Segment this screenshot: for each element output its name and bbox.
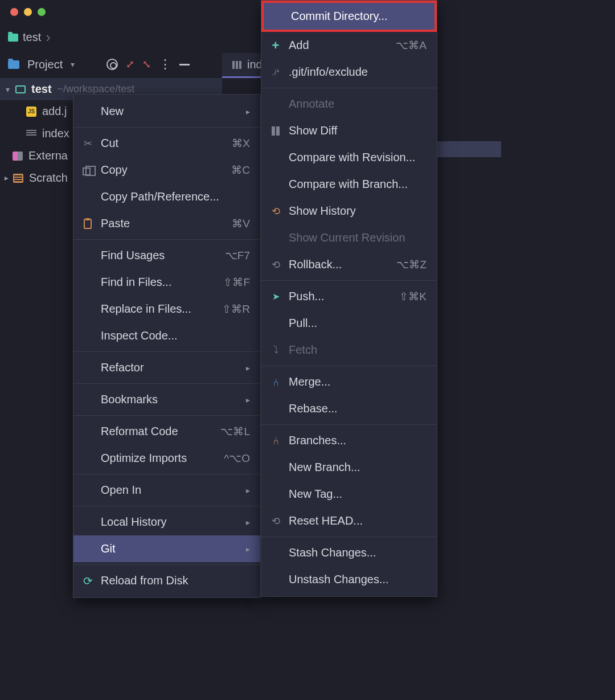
menu-label: Inspect Code...: [101, 329, 250, 342]
tree-item-label: Externa: [28, 149, 68, 162]
menu-label: Annotate: [289, 97, 427, 110]
breadcrumb[interactable]: test ›: [8, 28, 51, 46]
reset-icon: [269, 515, 282, 527]
menu-label: Merge...: [289, 375, 427, 388]
menu-find-usages[interactable]: Find Usages ⌥F7: [73, 242, 260, 269]
menu-stash[interactable]: Stash Changes...: [261, 539, 437, 566]
highlight-annotation: Commit Directory...: [261, 1, 437, 32]
tree-root-name: test: [31, 83, 52, 96]
menu-new-branch[interactable]: New Branch...: [261, 454, 437, 481]
chevron-down-icon[interactable]: ▾: [6, 85, 10, 94]
menu-new[interactable]: New ▸: [73, 98, 260, 125]
menu-push[interactable]: Push... ⇧⌘K: [261, 283, 437, 310]
menu-rollback[interactable]: Rollback... ⌥⌘Z: [261, 251, 437, 278]
shortcut-label: ⇧⌘R: [222, 302, 250, 316]
menu-compare-branch[interactable]: Compare with Branch...: [261, 171, 437, 198]
branch-icon: [269, 435, 282, 447]
blank-icon: [81, 425, 94, 438]
separator: [73, 239, 260, 240]
history-icon: [269, 205, 282, 218]
clipboard-icon: [81, 218, 94, 230]
shortcut-label: ⌥⌘Z: [396, 258, 427, 271]
blank-icon: [81, 543, 94, 555]
maximize-icon[interactable]: [38, 8, 46, 16]
menu-label: Paste: [101, 217, 225, 230]
menu-copy[interactable]: Copy ⌘C: [73, 157, 260, 183]
copy-icon: [81, 164, 94, 177]
blank-icon: [269, 403, 282, 415]
shortcut-label: ⇧⌘K: [399, 290, 427, 303]
menu-label: New Branch...: [289, 461, 427, 474]
menu-show-current-revision: Show Current Revision: [261, 224, 437, 251]
blank-icon: [81, 249, 94, 262]
shortcut-label: ⌥F7: [225, 249, 250, 262]
menu-reset-head[interactable]: Reset HEAD...: [261, 507, 437, 534]
menu-label: Rollback...: [289, 258, 390, 271]
chevron-right-icon: ▸: [246, 107, 250, 116]
separator: [261, 280, 437, 281]
menu-bookmarks[interactable]: Bookmarks ▸: [73, 386, 260, 413]
menu-paste[interactable]: Paste ⌘V: [73, 210, 260, 237]
folder-icon: [15, 85, 26, 93]
menu-unstash[interactable]: Unstash Changes...: [261, 566, 437, 593]
menu-label: New Tag...: [289, 488, 427, 501]
expand-icon[interactable]: ⤢: [126, 58, 134, 71]
menu-pull[interactable]: Pull...: [261, 310, 437, 337]
separator: [73, 383, 260, 384]
menu-show-diff[interactable]: Show Diff: [261, 117, 437, 144]
shortcut-label: ⌘C: [231, 163, 250, 177]
menu-rebase[interactable]: Rebase...: [261, 395, 437, 422]
menu-commit-directory[interactable]: Commit Directory...: [264, 3, 434, 30]
menu-label: Find in Files...: [101, 276, 216, 289]
menu-fetch: Fetch: [261, 337, 437, 363]
minimize-panel-icon[interactable]: [179, 64, 190, 66]
menu-open-in[interactable]: Open In ▸: [73, 477, 260, 503]
menu-show-history[interactable]: Show History: [261, 198, 437, 224]
shortcut-label: ⇧⌘F: [223, 276, 250, 289]
blank-icon: [81, 362, 94, 374]
menu-label: Cut: [101, 137, 225, 150]
menu-cut[interactable]: Cut ⌘X: [73, 130, 260, 157]
menu-branches[interactable]: Branches...: [261, 427, 437, 454]
menu-reload-from-disk[interactable]: Reload from Disk: [73, 567, 260, 594]
menu-copy-path[interactable]: Copy Path/Reference...: [73, 183, 260, 210]
menu-label: Add: [289, 39, 389, 52]
more-icon[interactable]: ⋮: [159, 57, 171, 72]
blank-icon: [81, 330, 94, 342]
menu-new-tag[interactable]: New Tag...: [261, 481, 437, 507]
collapse-icon[interactable]: ⤡: [142, 58, 151, 71]
project-label[interactable]: Project: [27, 58, 63, 71]
close-icon[interactable]: [10, 8, 18, 16]
chevron-down-icon[interactable]: ▾: [71, 60, 75, 69]
menu-merge[interactable]: Merge...: [261, 369, 437, 395]
blank-icon: [269, 461, 282, 474]
separator: [73, 506, 260, 506]
shortcut-label: ⌥⌘L: [220, 425, 250, 438]
separator: [73, 415, 260, 416]
rollback-icon: [269, 259, 282, 271]
menu-git[interactable]: Git ▸: [73, 535, 260, 562]
separator: [73, 351, 260, 352]
blank-icon: [269, 488, 282, 501]
select-target-icon[interactable]: [106, 59, 118, 70]
menu-label: Compare with Branch...: [289, 178, 427, 191]
blank-icon: [269, 98, 282, 110]
menu-git-add[interactable]: Add ⌥⌘A: [261, 32, 437, 59]
menu-reformat-code[interactable]: Reformat Code ⌥⌘L: [73, 418, 260, 445]
menu-label: Rebase...: [289, 402, 427, 415]
minimize-icon[interactable]: [24, 8, 32, 16]
menu-optimize-imports[interactable]: Optimize Imports ^⌥O: [73, 445, 260, 472]
menu-label: Commit Directory...: [291, 10, 424, 23]
menu-git-exclude[interactable]: .i* .git/info/exclude: [261, 59, 437, 85]
menu-replace-in-files[interactable]: Replace in Files... ⇧⌘R: [73, 296, 260, 322]
menu-label: Push...: [289, 290, 392, 303]
menu-find-in-files[interactable]: Find in Files... ⇧⌘F: [73, 269, 260, 296]
menu-local-history[interactable]: Local History ▸: [73, 509, 260, 535]
blank-icon: [81, 484, 94, 497]
menu-refactor[interactable]: Refactor ▸: [73, 354, 260, 381]
menu-label: Bookmarks: [101, 393, 239, 406]
menu-inspect-code[interactable]: Inspect Code...: [73, 322, 260, 349]
chevron-right-icon[interactable]: ▾: [1, 176, 10, 180]
chevron-right-icon: ▸: [246, 545, 250, 554]
menu-compare-revision[interactable]: Compare with Revision...: [261, 144, 437, 171]
